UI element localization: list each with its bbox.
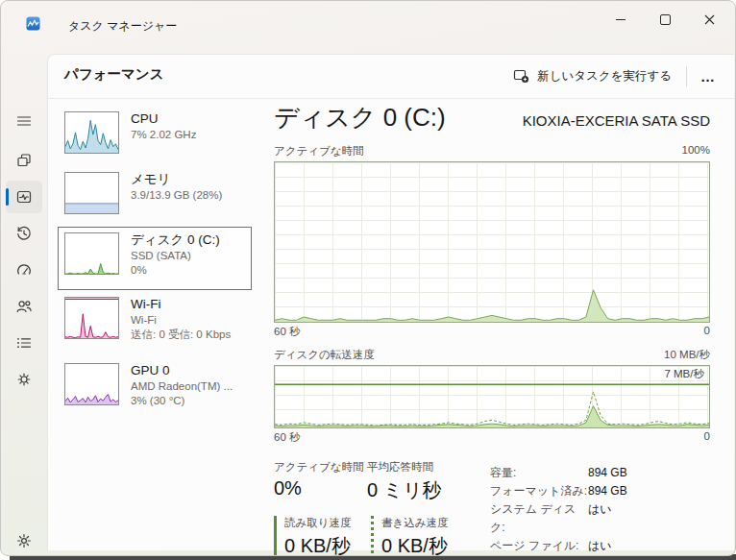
close-icon <box>704 14 715 25</box>
write-speed-legend: 書き込み速度 0 KB/秒 <box>371 516 487 556</box>
write-speed-value: 0 KB/秒 <box>381 533 487 556</box>
device-name: Wi-Fi <box>131 297 231 313</box>
minimize-button[interactable] <box>599 5 643 34</box>
processes-icon <box>15 152 33 169</box>
read-speed-value: 0 KB/秒 <box>284 533 367 556</box>
device-stat: Wi-Fi <box>131 313 231 329</box>
wifi-mini-chart <box>64 297 119 339</box>
window-title: タスク マネージャー <box>68 18 177 35</box>
property-label: ページ ファイル: <box>490 537 588 555</box>
sidebar-item-performance[interactable] <box>6 181 42 213</box>
device-name: GPU 0 <box>131 363 233 379</box>
titlebar: タスク マネージャー <box>1 1 735 49</box>
startup-apps-icon <box>15 261 33 279</box>
more-options-button[interactable]: … <box>694 62 723 89</box>
device-gpu-0[interactable]: GPU 0 AMD Radeon(TM) ... 3% (30 °C) <box>58 357 252 423</box>
window-controls <box>599 5 731 34</box>
header-divider-vertical <box>686 66 687 86</box>
content-panel: パフォーマンス 新しいタスクを実行する … CPU 7% 2.02 GHz <box>47 54 734 550</box>
disk-properties-table: 容量: 894 GB フォーマット済み: 894 GB システム ディスク: は… <box>490 460 710 556</box>
device-name: CPU <box>131 111 196 128</box>
details-icon <box>15 334 33 352</box>
active-time-chart <box>274 161 710 323</box>
maximize-icon <box>660 14 671 25</box>
table-row: フォーマット済み: 894 GB <box>490 482 710 500</box>
users-icon <box>15 298 33 315</box>
close-button[interactable] <box>687 5 731 34</box>
task-manager-app-icon <box>26 16 40 31</box>
run-new-task-icon <box>513 68 529 84</box>
avg-response-value: 0 ミリ秒 <box>367 477 482 503</box>
device-stat: 0% <box>131 263 220 279</box>
disk-mini-chart <box>64 232 119 275</box>
page-title: パフォーマンス <box>64 65 164 84</box>
device-disk-0[interactable]: ディスク 0 (C:) SSD (SATA) 0% <box>58 227 252 290</box>
run-new-task-button[interactable]: 新しいタスクを実行する <box>503 61 681 90</box>
minimize-icon <box>616 19 626 20</box>
device-name: ディスク 0 (C:) <box>131 232 220 249</box>
x-axis-left: 60 秒 <box>274 430 301 445</box>
x-axis-right: 0 <box>704 325 710 339</box>
device-stat: SSD (SATA) <box>131 249 220 264</box>
menu-icon <box>15 112 33 130</box>
read-speed-legend: 読み取り速度 0 KB/秒 <box>274 516 367 556</box>
disk-stats: アクティブな時間 0% 平均応答時間 0 ミリ秒 読み取り速度 0 <box>274 460 710 556</box>
sidebar-item-startup-apps[interactable] <box>6 254 42 286</box>
active-time-chart-label: アクティブな時間 <box>274 144 364 158</box>
gpu-mini-chart <box>64 363 119 405</box>
sidebar-item-users[interactable] <box>6 290 42 323</box>
performance-icon <box>15 188 33 206</box>
device-name: メモリ <box>131 172 222 188</box>
property-value: はい <box>588 500 612 537</box>
menu-toggle-button[interactable] <box>6 105 42 137</box>
device-wifi[interactable]: Wi-Fi Wi-Fi 送信: 0 受信: 0 Kbps <box>58 291 252 356</box>
avg-response-label: 平均応答時間 <box>367 460 482 475</box>
table-row: システム ディスク: はい <box>490 500 710 537</box>
x-axis-left: 60 秒 <box>274 325 301 339</box>
sidebar-item-processes[interactable] <box>6 144 42 177</box>
sidebar-item-details[interactable] <box>6 327 42 359</box>
read-speed-label: 読み取り速度 <box>284 516 367 530</box>
x-axis-right: 0 <box>704 430 710 445</box>
property-label: システム ディスク: <box>490 500 588 537</box>
transfer-chart-label: ディスクの転送速度 <box>274 348 375 362</box>
property-label: フォーマット済み: <box>490 482 588 500</box>
device-stat: AMD Radeon(TM) ... <box>131 379 233 395</box>
more-options-icon: … <box>700 68 716 85</box>
transfer-chart-max: 10 MB/秒 <box>664 348 710 362</box>
device-stat: 3.9/13.9 GB (28%) <box>131 188 222 204</box>
selected-indicator <box>6 188 9 206</box>
disk-detail-pane: ディスク 0 (C:) KIOXIA-EXCERIA SATA SSD アクティ… <box>274 101 710 556</box>
cpu-mini-chart <box>64 111 119 154</box>
maximize-button[interactable] <box>643 5 687 34</box>
property-value: はい <box>588 537 612 555</box>
detail-title: ディスク 0 (C:) <box>274 101 446 134</box>
screenshot-root: タスク マネージャー <box>0 0 736 560</box>
table-row: 容量: 894 GB <box>490 464 710 482</box>
performance-device-list: CPU 7% 2.02 GHz メモリ 3.9/13.9 GB (28%) ディ… <box>58 106 252 424</box>
property-label: 種類: <box>490 555 588 556</box>
table-row: 種類: SSD (SATA) <box>490 555 710 556</box>
sidebar-item-services[interactable] <box>6 363 42 396</box>
device-stat: 7% 2.02 GHz <box>131 128 196 143</box>
active-time-value: 0% <box>274 477 367 499</box>
settings-button[interactable] <box>6 524 42 556</box>
active-time-label: アクティブな時間 <box>274 460 367 475</box>
services-icon <box>15 371 33 388</box>
property-value: 894 GB <box>588 482 627 500</box>
header-divider <box>48 98 734 99</box>
app-history-icon <box>15 225 33 242</box>
property-label: 容量: <box>490 464 588 482</box>
scale-line-label: 7 MB/秒 <box>664 367 704 381</box>
property-value: SSD (SATA) <box>588 555 651 556</box>
device-stat: 3% (30 °C) <box>131 394 233 409</box>
device-cpu[interactable]: CPU 7% 2.02 GHz <box>58 106 252 165</box>
run-new-task-label: 新しいタスクを実行する <box>537 68 672 85</box>
property-value: 894 GB <box>588 464 627 482</box>
device-memory[interactable]: メモリ 3.9/13.9 GB (28%) <box>58 166 252 226</box>
navigation-rail <box>1 49 47 555</box>
table-row: ページ ファイル: はい <box>490 537 710 555</box>
settings-gear-icon <box>15 532 33 549</box>
sidebar-item-app-history[interactable] <box>6 217 42 250</box>
write-speed-label: 書き込み速度 <box>381 516 487 530</box>
